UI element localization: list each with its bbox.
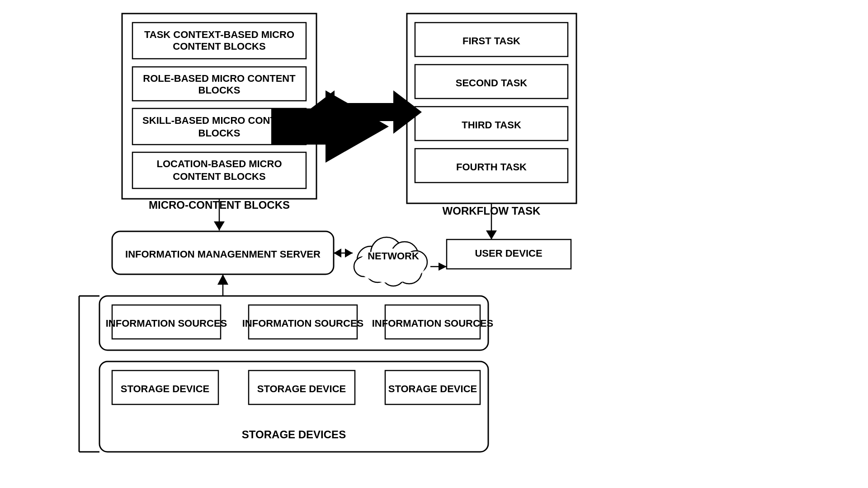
location-based-label2: CONTENT BLOCKS [173,171,265,182]
arrow-workflow-to-ud-head [486,230,497,239]
location-based-label: LOCATION-BASED MICRO [156,158,282,169]
arrow-info-to-ims-head [217,274,228,285]
ims-label: INFORMATION MANAGENMENT SERVER [125,249,321,260]
arrow-network-to-ud-head [439,263,447,271]
arrow-network-right-head [345,249,353,258]
task-context-label2: CONTENT BLOCKS [173,41,265,52]
role-based-label: ROLE-BASED MICRO CONTENT [143,73,296,84]
second-task-label: SECOND TASK [456,77,528,89]
arrow-network-left-head [334,249,341,258]
third-task-label: THIRD TASK [462,119,521,131]
fourth-task-label: FOURTH TASK [456,161,527,173]
task-context-label: TASK CONTEXT-BASED MICRO [144,29,294,40]
info-source-3-label: INFORMATION SOURCES [372,318,493,329]
storage-device-1-label: STORAGE DEVICE [121,383,209,394]
user-device-label: USER DEVICE [475,248,542,259]
storage-devices-caption: STORAGE DEVICES [242,428,346,441]
diagram-container: TASK CONTEXT-BASED MICRO CONTENT BLOCKS … [0,0,868,488]
storage-device-3-label: STORAGE DEVICE [388,383,477,394]
info-source-1-label: INFORMATION SOURCES [106,318,227,329]
role-based-label2: BLOCKS [198,84,241,96]
storage-device-2-label: STORAGE DEVICE [257,383,346,394]
arrow-micro-to-ims-head [214,221,225,230]
network-cloud [354,237,427,286]
skill-based-label2: BLOCKS [198,127,241,139]
info-source-2-label: INFORMATION SOURCES [242,318,363,329]
first-task-label: FIRST TASK [462,35,520,47]
network-label: NETWORK [368,250,419,262]
